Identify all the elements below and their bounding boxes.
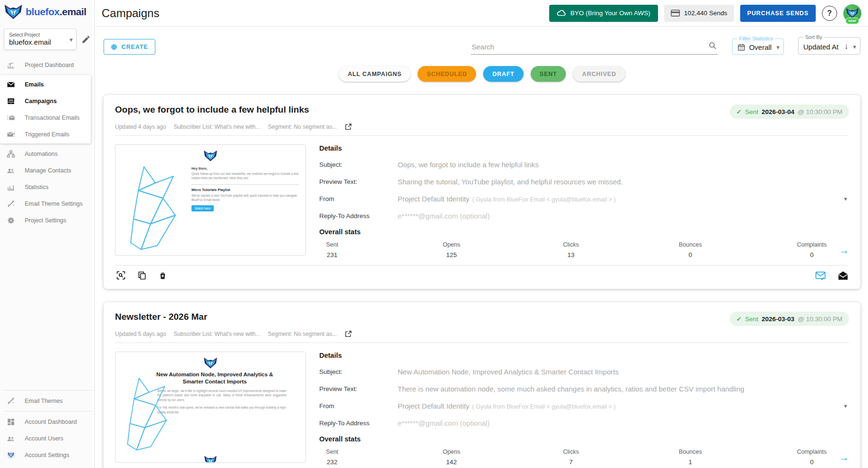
people-icon xyxy=(7,434,15,443)
app-root: bluefox.email Select Project bluefox.ema… xyxy=(0,0,868,468)
emails-nav-group: Emails Campaigns Transactional Emails xyxy=(0,75,91,143)
sidebar-item-label: Automations xyxy=(25,151,57,157)
subject-value: New Automation Node, Improved Analytics … xyxy=(398,368,619,376)
byo-aws-button[interactable]: BYO (Bring Your Own AWS) xyxy=(549,5,658,22)
fox-logo-icon xyxy=(204,455,217,463)
preview-text-value: There is new automation node, some much … xyxy=(398,385,744,393)
help-button[interactable]: ? xyxy=(822,6,837,21)
chevron-down-icon[interactable]: ▾ xyxy=(69,36,73,43)
email-body-text: Quick follow-up from our last newsletter… xyxy=(191,172,299,181)
sidebar-item-label: Account Users xyxy=(25,435,63,442)
search-icon[interactable] xyxy=(708,41,717,51)
sidebar-item-campaigns[interactable]: Campaigns xyxy=(0,93,91,109)
sidebar-item-triggered-emails[interactable]: Triggered Emails xyxy=(0,126,91,143)
drafts-icon xyxy=(838,271,848,280)
brand-logo[interactable]: bluefox.email xyxy=(0,0,95,22)
sidebar-item-emails[interactable]: Emails xyxy=(0,76,91,93)
subject-value: Oops, we forgot to include a few helpful… xyxy=(398,161,539,169)
overall-stats-heading: Overall stats xyxy=(319,228,849,236)
sends-balance-chip[interactable]: 102,440 Sends xyxy=(664,5,734,22)
stat-complaints: Complaints0 xyxy=(797,449,827,466)
sidebar-item-account-users[interactable]: Account Users xyxy=(0,430,95,447)
sidebar-item-label: Email Themes xyxy=(25,398,63,404)
edit-project-button[interactable] xyxy=(81,35,91,44)
stat-complaints: Complaints0 xyxy=(797,241,827,258)
sidebar-item-email-themes[interactable]: Email Themes xyxy=(0,392,95,409)
sidebar-item-automations[interactable]: Automations xyxy=(0,145,95,162)
open-envelope-button[interactable] xyxy=(838,271,848,280)
subscriber-list-text: Subscriber List: What's new with... xyxy=(173,331,260,337)
tab-draft[interactable]: DRAFT xyxy=(483,66,523,82)
brand-logo-text: bluefox.email xyxy=(26,6,86,18)
purchase-sends-button[interactable]: PURCHASE SENDS xyxy=(740,5,816,22)
project-select[interactable]: Select Project bluefox.email ▾ xyxy=(4,29,76,50)
from-identity-value[interactable]: Project Default Identity( Gyula from Blu… xyxy=(398,402,616,410)
chevron-down-icon[interactable]: ▾ xyxy=(844,402,847,410)
sidebar-item-project-dashboard[interactable]: Project Dashboard xyxy=(0,57,95,73)
chart-icon xyxy=(7,61,15,69)
replyto-value[interactable]: e******@gmail.com (optional) xyxy=(398,212,490,220)
stat-clicks: Clicks13 xyxy=(558,241,584,258)
tab-all-campaigns[interactable]: ALL CAMPAIGNS xyxy=(339,66,410,82)
preview-campaign-button[interactable] xyxy=(116,270,126,280)
sent-status-badge: ✓ Sent 2026-03-04 @ 10:30:00 PM xyxy=(730,105,849,119)
sidebar-item-account-dashboard[interactable]: Account Dashboard xyxy=(0,413,95,430)
details-heading: Details xyxy=(319,352,849,359)
stat-sent: Sent231 xyxy=(319,241,345,258)
duplicate-campaign-button[interactable] xyxy=(137,270,147,280)
sidebar-item-account-settings[interactable]: Account Settings xyxy=(0,447,95,463)
status-filter-tabs: ALL CAMPAIGNS SCHEDULED DRAFT SENT ARCHI… xyxy=(104,66,860,82)
gear-icon xyxy=(7,216,15,225)
sidebar-bottom: Email Themes Account Dashboard Account U… xyxy=(0,388,95,468)
details-heading: Details xyxy=(319,144,849,152)
sidebar: bluefox.email Select Project bluefox.ema… xyxy=(0,0,95,468)
sidebar-item-email-theme-settings[interactable]: Email Theme Settings xyxy=(0,195,95,212)
overall-stats-heading: Overall stats xyxy=(319,435,849,443)
email-cta-button: Watch here xyxy=(191,205,214,211)
user-avatar[interactable]: user xyxy=(843,4,861,22)
stat-clicks: Clicks7 xyxy=(558,449,584,466)
from-identity-value[interactable]: Project Default Identity( Gyula from Blu… xyxy=(398,195,616,203)
preview-icon xyxy=(116,270,126,280)
card-icon xyxy=(671,10,680,17)
mark-email-read-button[interactable] xyxy=(815,271,826,280)
email-preview-thumbnail[interactable]: Hey there, Quick follow-up from our last… xyxy=(115,144,306,256)
tab-archived[interactable]: ARCHIVED xyxy=(573,66,625,82)
view-stats-arrow-icon[interactable]: → xyxy=(839,452,849,462)
campaigns-toolbar: ⊕ CREATE Filter Statistics Overall ▾ xyxy=(104,34,860,55)
sort-by-select[interactable]: Sort By Updated At ↓ ▾ xyxy=(798,34,860,55)
email-preview-thumbnail[interactable]: New Automation Node, Improved Analytics … xyxy=(115,352,306,463)
sidebar-item-label: Project Dashboard xyxy=(25,62,74,68)
open-in-new-icon[interactable] xyxy=(344,123,352,131)
sort-direction-icon[interactable]: ↓ xyxy=(844,42,849,51)
delete-campaign-button[interactable] xyxy=(158,270,167,280)
campaign-meta: Updated 4 days ago Subscriber List: What… xyxy=(115,123,849,136)
people-icon xyxy=(7,166,15,175)
dashboard-icon xyxy=(7,418,15,426)
search-input[interactable] xyxy=(471,40,718,55)
open-in-new-icon[interactable] xyxy=(344,330,352,338)
fox-globe-icon xyxy=(7,451,15,459)
sidebar-item-transactional-emails[interactable]: Transactional Emails xyxy=(0,109,91,126)
sidebar-item-statistics[interactable]: Statistics xyxy=(0,179,95,195)
fox-logo-icon xyxy=(203,150,218,162)
view-stats-arrow-icon[interactable]: → xyxy=(839,245,849,255)
overall-stats: Sent231 Opens125 Clicks13 Bounces0 Compl… xyxy=(319,241,849,258)
chevron-down-icon[interactable]: ▾ xyxy=(844,195,847,202)
sidebar-nav: Project Dashboard Emails Campaigns xyxy=(0,57,95,229)
email-body-text: We've started a new YouTube playlist wit… xyxy=(191,193,299,202)
filter-statistics-select[interactable]: Filter Statistics Overall ▾ xyxy=(732,36,784,55)
filter-statistics-label: Filter Statistics xyxy=(737,36,775,41)
sidebar-item-label: Account Settings xyxy=(25,452,69,458)
sidebar-item-label: Project Settings xyxy=(25,217,67,224)
tab-scheduled[interactable]: SCHEDULED xyxy=(418,66,476,82)
tab-sent[interactable]: SENT xyxy=(531,66,566,82)
plus-circle-icon: ⊕ xyxy=(111,42,117,51)
campaign-title: Newsletter - 2026 Mar xyxy=(115,312,730,322)
sidebar-item-manage-contacts[interactable]: Manage Contacts xyxy=(0,162,95,179)
replyto-value[interactable]: e******@gmail.com (optional) xyxy=(398,419,490,427)
campaign-meta: Updated 5 days ago Subscriber List: What… xyxy=(115,330,849,343)
sidebar-item-project-settings[interactable]: Project Settings xyxy=(0,212,95,229)
create-campaign-button[interactable]: ⊕ CREATE xyxy=(104,39,155,55)
stat-opens: Opens125 xyxy=(439,241,464,258)
